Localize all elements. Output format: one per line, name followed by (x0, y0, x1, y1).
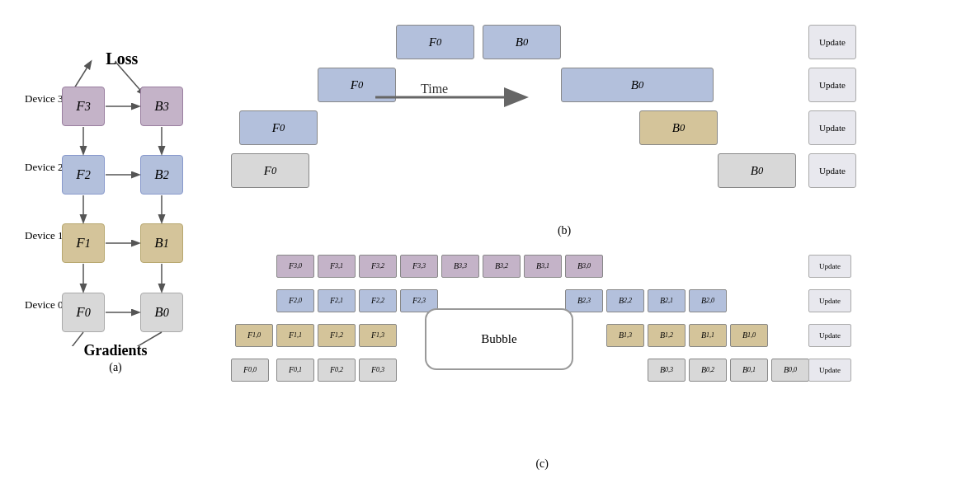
c-B10: B1,0 (730, 324, 768, 347)
b-B0-r0: B0 (483, 25, 561, 59)
B3-node: B3 (140, 87, 183, 126)
B2-node: B2 (140, 155, 183, 195)
b-F0-r3: F0 (231, 153, 309, 188)
c-B33: B3,3 (441, 255, 479, 278)
right-section: F0 B0 F0 B0 F0 B0 F0 (223, 8, 972, 475)
c-F22: F2,2 (359, 289, 397, 312)
c-F12: F1,2 (318, 324, 356, 347)
bubble-box: Bubble (425, 308, 573, 370)
diagram-b: F0 B0 F0 B0 F0 B0 F0 (231, 8, 972, 242)
c-update-r0: Update (808, 255, 851, 278)
diagram-a-label: (a) (109, 361, 122, 374)
c-B11: B1,1 (689, 324, 727, 347)
c-F33: F3,3 (400, 255, 438, 278)
c-B01: B0,1 (730, 359, 768, 382)
update-r2: Update (808, 110, 856, 145)
diagram-a: Loss Device 3 F3 (8, 8, 223, 475)
c-update-r1: Update (808, 289, 851, 312)
c-update-r2: Update (808, 324, 851, 347)
c-B22: B2,2 (606, 289, 644, 312)
device-0-label: Device 0 (25, 298, 64, 312)
update-r0: Update (808, 25, 856, 59)
device-1-label: Device 1 (25, 229, 64, 242)
c-F01: F0,1 (276, 359, 314, 382)
c-B13: B1,3 (606, 324, 644, 347)
c-B00: B0,0 (771, 359, 809, 382)
c-F11: F1,1 (276, 324, 314, 347)
update-r3: Update (808, 153, 856, 188)
c-B02: B0,2 (689, 359, 727, 382)
c-F32: F3,2 (359, 255, 397, 278)
b-B0-r2: B0 (639, 110, 718, 145)
c-B31: B3,1 (524, 255, 562, 278)
c-B20: B2,0 (689, 289, 727, 312)
B0-node: B0 (140, 293, 183, 332)
F2-node: F2 (62, 155, 105, 195)
c-F20: F2,0 (276, 289, 314, 312)
svg-text:Time: Time (421, 82, 448, 96)
svg-line-12 (124, 332, 162, 346)
c-F10: F1,0 (235, 324, 273, 347)
c-B03: B0,3 (648, 359, 686, 382)
c-F30: F3,0 (276, 255, 314, 278)
device-2-label: Device 2 (25, 161, 64, 174)
B1-node: B1 (140, 223, 183, 263)
c-B32: B3,2 (483, 255, 521, 278)
b-B0-r1: B0 (561, 68, 714, 102)
c-F02: F0,2 (318, 359, 356, 382)
svg-line-13 (66, 332, 83, 346)
c-F31: F3,1 (318, 255, 356, 278)
c-B12: B1,2 (648, 324, 686, 347)
F1-node: F1 (62, 223, 105, 263)
b-F0-r0: F0 (396, 25, 474, 59)
c-F00: F0,0 (231, 359, 269, 382)
c-F13: F1,3 (359, 324, 397, 347)
c-update-r3: Update (808, 359, 851, 382)
c-B30: B3,0 (565, 255, 603, 278)
diagram-b-label: (b) (558, 224, 571, 237)
c-B23: B2,3 (565, 289, 603, 312)
update-r1: Update (808, 68, 856, 102)
c-F03: F0,3 (359, 359, 397, 382)
diagram-c-label: (c) (535, 457, 549, 471)
c-F21: F2,1 (318, 289, 356, 312)
time-arrow-svg: Time (371, 81, 536, 114)
b-B0-r3: B0 (718, 153, 796, 188)
c-B21: B2,1 (648, 289, 686, 312)
F0-node: F0 (62, 293, 105, 332)
device-3-label: Device 3 (25, 92, 64, 106)
b-F0-r2: F0 (239, 110, 318, 145)
F3-node: F3 (62, 87, 105, 126)
diagram-c: F3,0 F3,1 F3,2 F3,3 B3,3 B3,2 B3,1 B3,0 (231, 242, 972, 476)
